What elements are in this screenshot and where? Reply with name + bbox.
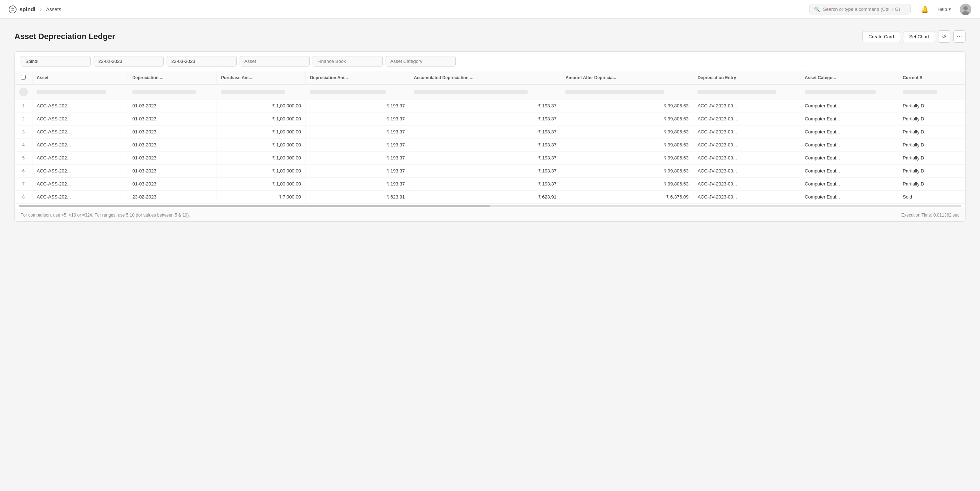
notification-bell-icon[interactable]: 🔔	[921, 5, 929, 13]
cell-accumulated: ₹ 193.37	[409, 126, 561, 139]
cell-asset[interactable]: ACC-ASS-202...	[32, 126, 128, 139]
cell-depreciation-date: 23-02-2023	[128, 191, 217, 204]
refresh-icon: ↺	[942, 33, 947, 40]
cell-accumulated: ₹ 193.37	[409, 112, 561, 126]
depreciation-table: Asset Depreciation ... Purchase Am... De…	[15, 71, 965, 204]
table-row: 3 ACC-ASS-202... 01-03-2023 ₹ 1,00,000.0…	[15, 126, 965, 139]
skeleton-bar	[697, 90, 776, 94]
search-placeholder: Search or type a command (Ctrl + G)	[823, 6, 900, 12]
cell-asset-category: Computer Equi...	[800, 151, 898, 164]
table-row: 2 ACC-ASS-202... 01-03-2023 ₹ 1,00,000.0…	[15, 112, 965, 126]
cell-accumulated: ₹ 193.37	[409, 139, 561, 151]
col-checkbox	[15, 71, 32, 84]
cell-asset[interactable]: ACC-ASS-202...	[32, 191, 128, 204]
set-chart-button[interactable]: Set Chart	[903, 31, 935, 42]
finance-book-filter[interactable]	[313, 56, 383, 67]
app-logo[interactable]: spindl	[9, 5, 35, 13]
cell-depreciation-entry[interactable]: ACC-JV-2023-00...	[693, 164, 800, 177]
help-label: Help	[937, 6, 947, 12]
row-num: 6	[15, 164, 32, 177]
topnav: spindl › Assets 🔍 Search or type a comma…	[0, 0, 980, 19]
column-filter-row	[15, 84, 965, 99]
filter-hint: For comparison, use >5, <10 or =324. For…	[21, 213, 190, 218]
cell-purchase-amount: ₹ 1,00,000.00	[216, 139, 305, 151]
cell-depreciation-entry[interactable]: ACC-JV-2023-00...	[693, 99, 800, 112]
help-button[interactable]: Help ▾	[934, 5, 954, 13]
row-num: 4	[15, 139, 32, 151]
create-card-button[interactable]: Create Card	[862, 31, 900, 42]
cell-depreciation-amount: ₹ 193.37	[305, 99, 409, 112]
page-title: Asset Depreciation Ledger	[14, 32, 115, 41]
cell-after-depreciation: ₹ 99,806.63	[561, 99, 693, 112]
cell-accumulated: ₹ 193.37	[409, 177, 561, 191]
table-footer: For comparison, use >5, <10 or =324. For…	[15, 209, 965, 221]
asset-category-filter[interactable]	[385, 56, 456, 67]
page-content: Asset Depreciation Ledger Create Card Se…	[0, 19, 980, 233]
search-bar[interactable]: 🔍 Search or type a command (Ctrl + G)	[810, 4, 911, 14]
cell-after-depreciation: ₹ 99,806.63	[561, 112, 693, 126]
cell-depreciation-entry[interactable]: ACC-JV-2023-00...	[693, 151, 800, 164]
cell-depreciation-amount: ₹ 193.37	[305, 112, 409, 126]
skeleton-bar	[565, 90, 664, 94]
table-row: 8 ACC-ASS-202... 23-02-2023 ₹ 7,000.00 ₹…	[15, 191, 965, 204]
skeleton-bar	[310, 90, 386, 94]
to-date-filter[interactable]	[167, 56, 237, 67]
breadcrumb[interactable]: Assets	[46, 6, 61, 12]
col-depreciation-entry: Depreciation Entry	[693, 71, 800, 84]
row-num: 7	[15, 177, 32, 191]
cell-asset[interactable]: ACC-ASS-202...	[32, 164, 128, 177]
cell-asset[interactable]: ACC-ASS-202...	[32, 112, 128, 126]
cell-current-status: Partially D	[898, 112, 965, 126]
cell-depreciation-entry[interactable]: ACC-JV-2023-00...	[693, 112, 800, 126]
col-amount-after-depreciation: Amount After Deprecia...	[561, 71, 693, 84]
help-chevron-icon: ▾	[948, 6, 951, 12]
user-avatar[interactable]	[960, 3, 971, 15]
cell-asset-category: Computer Equi...	[800, 126, 898, 139]
cell-asset[interactable]: ACC-ASS-202...	[32, 139, 128, 151]
cell-asset-category: Computer Equi...	[800, 139, 898, 151]
cell-after-depreciation: ₹ 99,806.63	[561, 177, 693, 191]
page-header: Asset Depreciation Ledger Create Card Se…	[14, 30, 966, 43]
breadcrumb-separator: ›	[40, 6, 41, 13]
cell-asset-category: Computer Equi...	[800, 164, 898, 177]
cell-asset[interactable]: ACC-ASS-202...	[32, 151, 128, 164]
from-date-filter[interactable]	[94, 56, 164, 67]
cell-depreciation-date: 01-03-2023	[128, 164, 217, 177]
cell-depreciation-entry[interactable]: ACC-JV-2023-00...	[693, 177, 800, 191]
cell-after-depreciation: ₹ 6,376.09	[561, 191, 693, 204]
skeleton-bar	[37, 90, 106, 94]
cell-asset-category: Computer Equi...	[800, 177, 898, 191]
logo-text: spindl	[19, 6, 35, 12]
cell-depreciation-amount: ₹ 193.37	[305, 177, 409, 191]
col-depreciation-amount: Depreciation Am...	[305, 71, 409, 84]
topnav-actions: 🔔 Help ▾	[921, 3, 971, 15]
cell-depreciation-date: 01-03-2023	[128, 112, 217, 126]
cell-depreciation-date: 01-03-2023	[128, 126, 217, 139]
row-num: 3	[15, 126, 32, 139]
skeleton-bar	[221, 90, 285, 94]
table-row: 4 ACC-ASS-202... 01-03-2023 ₹ 1,00,000.0…	[15, 139, 965, 151]
cell-asset[interactable]: ACC-ASS-202...	[32, 177, 128, 191]
table-row: 1 ACC-ASS-202... 01-03-2023 ₹ 1,00,000.0…	[15, 99, 965, 112]
cell-accumulated: ₹ 623.91	[409, 191, 561, 204]
col-asset: Asset	[32, 71, 128, 84]
col-depreciation-date: Depreciation ...	[128, 71, 217, 84]
company-filter[interactable]	[21, 56, 91, 67]
svg-point-2	[963, 6, 968, 11]
cell-asset[interactable]: ACC-ASS-202...	[32, 99, 128, 112]
asset-filter[interactable]	[240, 56, 310, 67]
select-all-checkbox[interactable]	[21, 75, 25, 80]
cell-depreciation-date: 01-03-2023	[128, 151, 217, 164]
refresh-button[interactable]: ↺	[938, 30, 950, 43]
cell-asset-category: Computer Equi...	[800, 112, 898, 126]
search-icon: 🔍	[814, 6, 820, 12]
row-num: 8	[15, 191, 32, 204]
horizontal-scrollbar[interactable]	[19, 205, 961, 207]
cell-after-depreciation: ₹ 99,806.63	[561, 151, 693, 164]
cell-depreciation-entry[interactable]: ACC-JV-2023-00...	[693, 126, 800, 139]
cell-depreciation-date: 01-03-2023	[128, 139, 217, 151]
cell-depreciation-entry[interactable]: ACC-JV-2023-00...	[693, 191, 800, 204]
more-options-button[interactable]: ⋯	[953, 30, 966, 43]
cell-depreciation-entry[interactable]: ACC-JV-2023-00...	[693, 139, 800, 151]
cell-current-status: Partially D	[898, 139, 965, 151]
